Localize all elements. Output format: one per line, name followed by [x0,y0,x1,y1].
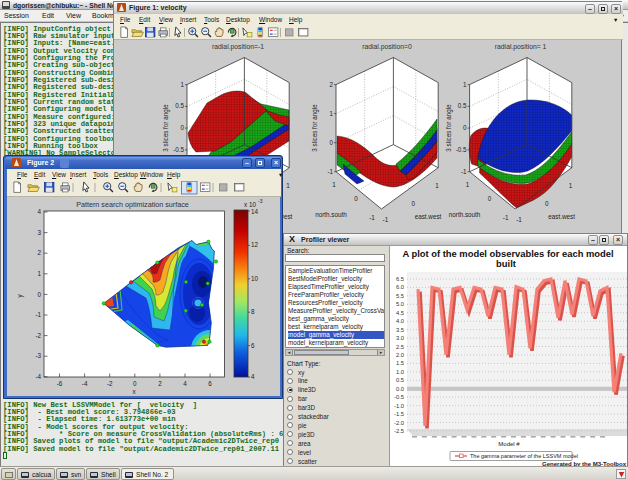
svg-text:-1: -1 [461,168,467,175]
svg-text:0: 0 [411,200,415,207]
svg-text:-0.5: -0.5 [173,146,184,153]
svg-text:-2.5: -2.5 [394,428,404,434]
svg-text:6.0: 6.0 [396,284,404,290]
svg-text:1: 1 [332,181,336,188]
svg-text:4: 4 [251,373,255,380]
svg-text:2: 2 [329,81,333,88]
svg-text:0.0: 0.0 [396,386,404,392]
svg-text:4.5: 4.5 [396,310,404,316]
svg-text:3 slices for angle: 3 slices for angle [162,104,170,152]
svg-text:2.5: 2.5 [396,344,404,350]
svg-text:2.0: 2.0 [396,352,404,358]
svg-text:0: 0 [463,124,467,131]
svg-text:2: 2 [37,249,41,256]
svg-text:6: 6 [208,380,212,387]
svg-text:0: 0 [545,200,549,207]
svg-text:north.south: north.south [449,211,481,218]
svg-text:built: built [496,258,516,269]
svg-text:-3: -3 [258,198,263,204]
svg-text:1: 1 [180,81,184,88]
svg-text:4.0: 4.0 [396,318,404,324]
svg-text:0: 0 [354,195,358,202]
svg-text:radial.position=-1: radial.position=-1 [212,43,264,51]
svg-text:8: 8 [251,308,255,315]
svg-text:14: 14 [251,208,259,215]
svg-text:3.0: 3.0 [396,335,404,341]
svg-text:-0.5: -0.5 [456,146,467,153]
svg-text:0: 0 [180,124,184,131]
svg-text:1: 1 [466,181,470,188]
svg-text:The gamma parameter of the LSS: The gamma parameter of the LSSVM model [470,453,578,459]
svg-text:0.5: 0.5 [396,377,404,383]
svg-text:5.0: 5.0 [396,301,404,307]
svg-text:4: 4 [183,380,187,387]
svg-text:-2: -2 [35,332,41,339]
svg-text:1: 1 [329,110,333,117]
svg-text:4: 4 [37,208,41,215]
svg-text:-1.5: -1.5 [394,411,404,417]
svg-text:3 slices for angle: 3 slices for angle [445,104,453,152]
svg-text:-6: -6 [57,380,63,387]
svg-text:-1: -1 [516,216,522,223]
svg-text:2: 2 [158,380,162,387]
svg-text:-2.0: -2.0 [394,420,404,426]
svg-text:x 10: x 10 [244,201,256,208]
svg-text:-1: -1 [327,168,333,175]
svg-text:-3: -3 [35,352,41,359]
svg-text:north.south: north.south [315,211,347,218]
svg-text:0: 0 [329,139,333,146]
svg-text:-1: -1 [503,214,509,221]
svg-text:10: 10 [251,275,259,282]
svg-text:-0.5: -0.5 [394,394,404,400]
svg-text:-2: -2 [107,380,113,387]
svg-text:radial.position= 1: radial.position= 1 [495,43,547,51]
svg-text:-1.0: -1.0 [394,403,404,409]
svg-text:-1: -1 [369,214,375,221]
svg-text:3: 3 [37,229,41,236]
svg-text:0: 0 [488,195,492,202]
svg-text:-4: -4 [82,380,88,387]
svg-text:3.5: 3.5 [396,327,404,333]
svg-text:east.west: east.west [415,213,442,220]
svg-text:1: 1 [569,182,573,189]
svg-text:east.west: east.west [548,213,575,220]
svg-text:-1: -1 [383,216,389,223]
svg-text:-1: -1 [35,311,41,318]
svg-text:0: 0 [133,380,137,387]
svg-text:1: 1 [37,270,41,277]
svg-text:3 slices for angle: 3 slices for angle [311,104,319,152]
svg-text:12: 12 [251,241,259,248]
svg-text:Pattern search optimization su: Pattern search optimization surface [76,200,189,209]
svg-text:1: 1 [435,182,439,189]
svg-text:0: 0 [37,291,41,298]
svg-text:radial.position=0: radial.position=0 [362,43,412,51]
svg-text:0.5: 0.5 [175,102,184,109]
svg-text:6: 6 [251,342,255,349]
svg-text:6.5: 6.5 [396,276,404,282]
svg-text:1: 1 [463,81,467,88]
svg-text:1.5: 1.5 [396,360,404,366]
svg-text:1.0: 1.0 [396,369,404,375]
svg-text:Model #: Model # [498,441,520,447]
svg-text:-4: -4 [35,373,41,380]
svg-text:5.5: 5.5 [396,293,404,299]
svg-text:0.5: 0.5 [458,102,467,109]
svg-text:1: 1 [286,182,290,189]
